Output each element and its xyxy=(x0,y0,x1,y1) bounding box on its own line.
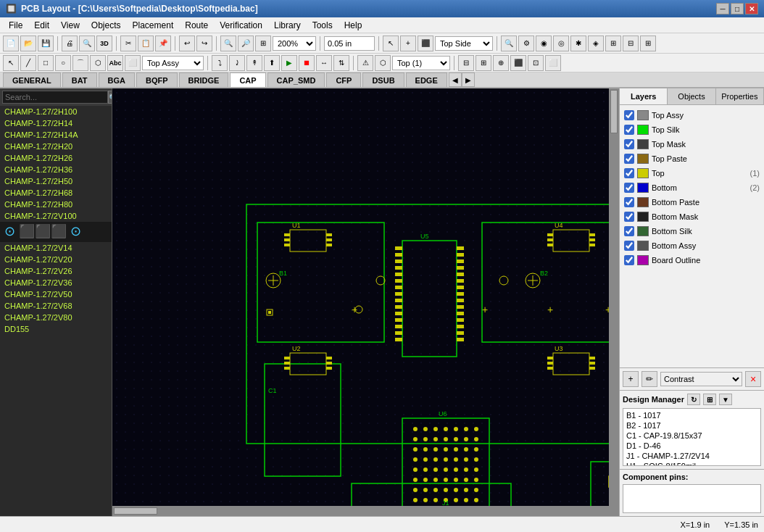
pcb-canvas-area[interactable]: SOFTPEDIA U1 xyxy=(112,88,619,516)
dm-refresh-button[interactable]: ↻ xyxy=(687,394,700,405)
side-select[interactable]: Top Side xyxy=(435,36,493,51)
list-item[interactable]: CHAMP-1.27/2V14 xyxy=(0,242,112,254)
menu-item-edit[interactable]: Edit xyxy=(28,17,55,33)
minimize-button[interactable]: ─ xyxy=(716,3,729,14)
print-button[interactable]: 🖨 xyxy=(62,36,78,51)
draw-line[interactable]: ╱ xyxy=(20,55,36,71)
menu-item-verification[interactable]: Verification xyxy=(214,17,268,33)
tool2-button[interactable]: ◉ xyxy=(536,36,552,51)
zoom-out-button[interactable]: 🔎 xyxy=(238,36,254,51)
list-item[interactable]: CHAMP-1.27/2H36 xyxy=(0,164,112,175)
list-item[interactable]: ⊙ ⬛⬛⬛ ⊙ xyxy=(0,222,112,242)
view-select[interactable]: Top Assy xyxy=(142,56,204,70)
layer6-btn[interactable]: ⬜ xyxy=(545,55,561,71)
draw-circle[interactable]: ○ xyxy=(55,55,71,71)
redo-button[interactable]: ↪ xyxy=(196,36,212,51)
horizontal-scrollbar[interactable] xyxy=(112,506,609,516)
design-manager-item[interactable]: C1 - CAP-19.8/15x37 xyxy=(625,431,759,441)
menu-item-objects[interactable]: Objects xyxy=(86,17,127,33)
edit-layer-button[interactable]: ✏ xyxy=(641,371,657,387)
maximize-button[interactable]: □ xyxy=(731,3,744,14)
list-item[interactable]: CHAMP-1.27/2V68 xyxy=(0,300,112,312)
design-manager-item[interactable]: B1 - 1017 xyxy=(625,410,759,420)
tab-properties[interactable]: Properties xyxy=(716,88,764,104)
run-btn[interactable]: ▶ xyxy=(281,55,297,71)
tool3-button[interactable]: ◎ xyxy=(553,36,569,51)
layer2-btn[interactable]: ⊞ xyxy=(476,55,491,71)
route1[interactable]: ⤵ xyxy=(212,55,228,71)
cut-button[interactable]: ✂ xyxy=(120,36,136,51)
list-item[interactable]: CHAMP-1.27/2V50 xyxy=(0,288,112,300)
draw-text[interactable]: Abc xyxy=(107,55,123,71)
draw-pad[interactable]: ⬜ xyxy=(125,55,141,71)
lib-tab-cfp[interactable]: CFP xyxy=(326,72,361,87)
layer-checkbox-bottom-silk[interactable] xyxy=(624,226,634,236)
tool5-button[interactable]: ◈ xyxy=(588,36,604,51)
lib-tab-cap[interactable]: CAP xyxy=(230,72,265,87)
lib-tab-edge[interactable]: EDGE xyxy=(406,72,447,87)
draw-poly[interactable]: ⬡ xyxy=(90,55,106,71)
menu-item-route[interactable]: Route xyxy=(179,17,214,33)
search-button[interactable]: 🔍 xyxy=(501,36,517,51)
list-item[interactable]: CHAMP-1.27/2H26 xyxy=(0,152,112,164)
lib-tab-cap_smd[interactable]: CAP_SMD xyxy=(267,72,325,87)
layer-checkbox-bottom[interactable] xyxy=(624,183,634,193)
list-item[interactable]: CHAMP-1.27/2H100 xyxy=(0,106,112,117)
menu-item-tools[interactable]: Tools xyxy=(307,17,339,33)
drc-btn[interactable]: ⚠ xyxy=(357,55,373,71)
design-manager-item[interactable]: J1 - CHAMP-1.27/2V14 xyxy=(625,451,759,461)
select-button[interactable]: ↖ xyxy=(383,36,399,51)
route2[interactable]: ⤸ xyxy=(229,55,245,71)
component-button[interactable]: ⬛ xyxy=(418,36,433,51)
list-item[interactable]: CHAMP-1.27/2H50 xyxy=(0,175,112,187)
tab-objects[interactable]: Objects xyxy=(668,88,715,104)
drc2-btn[interactable]: ⬡ xyxy=(375,55,391,71)
list-item[interactable]: CHAMP-1.27/2H68 xyxy=(0,187,112,199)
route5[interactable]: ↔ xyxy=(316,55,332,71)
save-button[interactable]: 💾 xyxy=(38,36,54,51)
menu-item-view[interactable]: View xyxy=(55,17,86,33)
horizontal-scroll-thumb[interactable] xyxy=(114,507,157,515)
design-manager-item[interactable]: B2 - 1017 xyxy=(625,420,759,431)
open-button[interactable]: 📂 xyxy=(20,36,36,51)
close-button[interactable]: ✕ xyxy=(745,3,758,14)
component-search-input[interactable] xyxy=(2,91,108,104)
lib-tab-bat[interactable]: BAT xyxy=(62,72,97,87)
lib-tab-bqfp[interactable]: BQFP xyxy=(136,72,178,87)
list-item[interactable]: CHAMP-1.27/2H20 xyxy=(0,141,112,152)
layer-select[interactable]: Top (1) xyxy=(392,56,450,70)
layer4-btn[interactable]: ⬛ xyxy=(510,55,526,71)
layer-checkbox-top[interactable] xyxy=(624,168,634,178)
list-item[interactable]: CHAMP-1.27/2H14 xyxy=(0,117,112,129)
contrast-select[interactable]: Contrast Normal Dimmed xyxy=(660,372,742,386)
preview-button[interactable]: 🔍 xyxy=(79,36,95,51)
dm-expand-button[interactable]: ⊞ xyxy=(703,394,716,405)
grid-button[interactable]: ⊞ xyxy=(640,36,656,51)
vertical-scroll-thumb[interactable] xyxy=(610,90,618,133)
lib-tab-nav-next[interactable]: ▶ xyxy=(462,72,475,87)
layer-checkbox-top-silk[interactable] xyxy=(624,125,634,135)
tool1-button[interactable]: ⚙ xyxy=(518,36,534,51)
lib-tab-nav-prev[interactable]: ◀ xyxy=(449,72,462,87)
lib-tab-general[interactable]: GENERAL xyxy=(3,72,61,87)
lib-tab-dsub[interactable]: DSUB xyxy=(362,72,404,87)
route6[interactable]: ⇅ xyxy=(333,55,349,71)
draw-rect[interactable]: □ xyxy=(38,55,54,71)
list-item[interactable]: CHAMP-1.27/2V36 xyxy=(0,277,112,288)
dm-filter-button[interactable]: ▼ xyxy=(719,394,732,405)
delete-layer-button[interactable]: × xyxy=(745,371,761,387)
layer3-btn[interactable]: ⊕ xyxy=(493,55,509,71)
layer-checkbox-top-assy[interactable] xyxy=(624,110,634,120)
layer-checkbox-bottom-mask[interactable] xyxy=(624,212,634,222)
zoom-select[interactable]: 200% xyxy=(273,36,316,51)
list-item[interactable]: CHAMP-1.27/2V26 xyxy=(0,265,112,277)
tab-layers[interactable]: Layers xyxy=(620,88,668,104)
draw-arc[interactable]: ⌒ xyxy=(72,55,88,71)
tool4-button[interactable]: ✱ xyxy=(570,36,586,51)
layer-checkbox-bottom-assy[interactable] xyxy=(624,241,634,251)
copy-button[interactable]: 📋 xyxy=(138,36,154,51)
menu-item-help[interactable]: Help xyxy=(339,17,368,33)
list-item[interactable]: CHAMP-1.27/2V100 xyxy=(0,210,112,222)
draw-arrow[interactable]: ↖ xyxy=(3,55,19,71)
menu-item-placement[interactable]: Placement xyxy=(127,17,180,33)
